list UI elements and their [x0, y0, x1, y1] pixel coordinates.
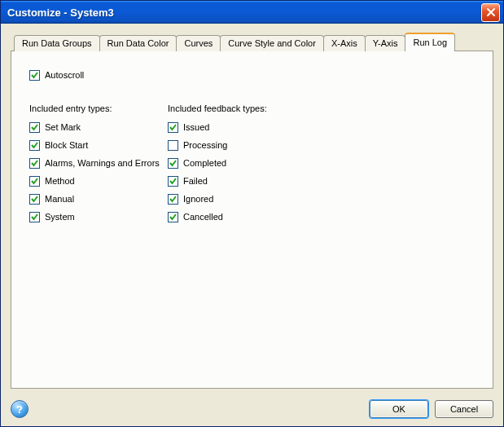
close-button[interactable]	[481, 3, 500, 22]
feedbacks-label: Processing	[183, 140, 227, 150]
entries-label: Set Mark	[45, 122, 81, 132]
entries-label: System	[45, 212, 75, 222]
entries-checkbox[interactable]	[29, 212, 40, 222]
entries-row: Method	[29, 172, 168, 190]
help-button[interactable]: ?	[11, 400, 28, 418]
tab-run-data-groups[interactable]: Run Data Groups	[14, 35, 100, 51]
feedbacks-row: Issued	[168, 118, 331, 136]
feedback-types-list: IssuedProcessingCompletedFailedIgnoredCa…	[168, 118, 331, 226]
feedbacks-label: Ignored	[183, 194, 213, 204]
feedback-types-heading: Included feedback types:	[168, 103, 331, 113]
feedbacks-checkbox[interactable]	[168, 140, 178, 151]
autoscroll-checkbox[interactable]	[29, 70, 40, 81]
entries-label: Block Start	[45, 140, 88, 150]
tab-curves[interactable]: Curves	[176, 35, 221, 51]
dialog-footer: ? OK Cancel	[1, 394, 503, 426]
feedbacks-label: Failed	[183, 176, 208, 186]
titlebar: Customize - System3	[1, 1, 503, 24]
entries-row: Set Mark	[29, 118, 168, 136]
entries-label: Alarms, Warnings and Errors	[45, 158, 160, 168]
tab-curve-style-and-color[interactable]: Curve Style and Color	[220, 35, 324, 51]
tab-run-log[interactable]: Run Log	[405, 33, 455, 51]
entries-row: Manual	[29, 190, 168, 208]
autoscroll-checkbox-row: Autoscroll	[29, 66, 475, 84]
customize-dialog: Customize - System3 Run Data GroupsRun D…	[0, 0, 504, 427]
feedbacks-checkbox[interactable]	[168, 122, 178, 133]
tab-x-axis[interactable]: X-Axis	[323, 35, 366, 51]
autoscroll-label: Autoscroll	[45, 70, 84, 80]
feedbacks-checkbox[interactable]	[168, 176, 178, 187]
feedbacks-row: Ignored	[168, 190, 331, 208]
entries-checkbox[interactable]	[29, 194, 40, 205]
entries-row: Alarms, Warnings and Errors	[29, 154, 168, 172]
feedback-types-column: Included feedback types: IssuedProcessin…	[168, 103, 331, 226]
entries-label: Manual	[45, 194, 74, 204]
feedbacks-label: Cancelled	[183, 212, 223, 222]
entry-types-heading: Included entry types:	[29, 103, 168, 113]
tabpanel-run-log: Autoscroll Included entry types: Set Mar…	[11, 51, 493, 389]
entries-checkbox[interactable]	[29, 158, 40, 169]
feedbacks-checkbox[interactable]	[168, 212, 178, 222]
feedbacks-row: Completed	[168, 154, 331, 172]
feedbacks-row: Failed	[168, 172, 331, 190]
entries-checkbox[interactable]	[29, 122, 40, 133]
tabstrip: Run Data GroupsRun Data ColorCurvesCurve…	[11, 32, 493, 51]
window-title: Customize - System3	[7, 7, 114, 19]
columns: Included entry types: Set MarkBlock Star…	[29, 103, 475, 226]
client-area: Run Data GroupsRun Data ColorCurvesCurve…	[1, 24, 503, 394]
entries-checkbox[interactable]	[29, 140, 40, 151]
entries-row: Block Start	[29, 136, 168, 154]
tab-y-axis[interactable]: Y-Axis	[365, 35, 406, 51]
feedbacks-label: Completed	[183, 158, 226, 168]
feedbacks-label: Issued	[183, 122, 209, 132]
feedbacks-checkbox[interactable]	[168, 194, 178, 205]
feedbacks-row: Processing	[168, 136, 331, 154]
close-icon	[486, 7, 496, 17]
help-icon: ?	[16, 403, 23, 416]
entry-types-list: Set MarkBlock StartAlarms, Warnings and …	[29, 118, 168, 226]
entries-checkbox[interactable]	[29, 176, 40, 187]
tab-run-data-color[interactable]: Run Data Color	[99, 35, 177, 51]
entries-label: Method	[45, 176, 75, 186]
cancel-button[interactable]: Cancel	[435, 400, 493, 418]
feedbacks-checkbox[interactable]	[168, 158, 178, 169]
feedbacks-row: Cancelled	[168, 208, 331, 226]
entry-types-column: Included entry types: Set MarkBlock Star…	[29, 103, 168, 226]
entries-row: System	[29, 208, 168, 226]
ok-button[interactable]: OK	[370, 400, 428, 418]
